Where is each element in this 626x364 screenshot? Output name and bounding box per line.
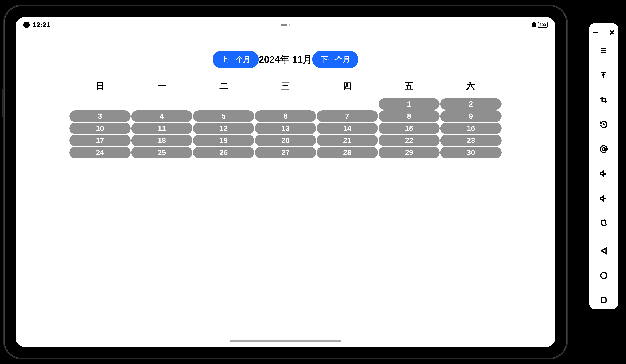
- day-cell-29[interactable]: 29: [379, 147, 440, 158]
- svg-marker-9: [601, 171, 604, 176]
- nav-recent-button[interactable]: [599, 296, 608, 305]
- day-cell-22[interactable]: 22: [379, 135, 440, 146]
- day-empty: [131, 98, 193, 110]
- day-cell-10[interactable]: 10: [69, 123, 131, 134]
- svg-rect-17: [601, 298, 606, 302]
- tablet-screen: 12:21 ! 100 上一个月 2024年 11月 下一个月 日 一 二 三 …: [16, 17, 555, 347]
- history-button[interactable]: [599, 120, 608, 129]
- volume-down-button[interactable]: [599, 194, 608, 203]
- day-cell-19[interactable]: 19: [193, 135, 254, 146]
- day-cell-11[interactable]: 11: [131, 123, 193, 134]
- weekday-wed: 三: [255, 80, 316, 92]
- emulator-control-panel: [589, 23, 618, 309]
- day-cell-16[interactable]: 16: [440, 123, 502, 134]
- calendar-grid: 1234567891011121314151617181920212223242…: [69, 98, 502, 158]
- day-cell-2[interactable]: 2: [440, 98, 502, 110]
- panel-tools-section: [599, 46, 608, 228]
- multitasking-indicator[interactable]: [280, 24, 290, 26]
- day-cell-6[interactable]: 6: [255, 110, 316, 122]
- panel-window-controls: [586, 28, 621, 37]
- rotate-button[interactable]: [599, 218, 608, 228]
- weekday-thu: 四: [316, 80, 378, 92]
- day-cell-21[interactable]: 21: [317, 135, 378, 146]
- day-cell-17[interactable]: 17: [69, 135, 131, 146]
- day-empty: [69, 98, 131, 110]
- mention-button[interactable]: [599, 144, 608, 154]
- day-cell-24[interactable]: 24: [69, 147, 131, 158]
- svg-point-16: [601, 272, 607, 279]
- weekday-fri: 五: [378, 80, 440, 92]
- menu-button[interactable]: [599, 46, 608, 55]
- upload-button[interactable]: [599, 71, 608, 80]
- weekday-sun: 日: [69, 80, 131, 92]
- svg-rect-14: [601, 220, 606, 226]
- day-cell-12[interactable]: 12: [193, 123, 254, 134]
- status-bar: 12:21 ! 100: [16, 17, 555, 33]
- dot-indicator-icon: [289, 24, 290, 26]
- minimize-button[interactable]: [591, 28, 600, 37]
- status-time: 12:21: [33, 21, 50, 29]
- day-cell-18[interactable]: 18: [131, 135, 193, 146]
- camera-dot-icon: [23, 22, 30, 28]
- day-cell-4[interactable]: 4: [131, 110, 193, 122]
- day-cell-30[interactable]: 30: [440, 147, 502, 158]
- panel-divider: [594, 237, 614, 237]
- day-cell-27[interactable]: 27: [255, 147, 316, 158]
- day-empty: [317, 98, 378, 110]
- volume-up-button[interactable]: [599, 169, 608, 178]
- pill-indicator-icon: [280, 24, 287, 26]
- warning-icon: !: [532, 22, 536, 27]
- day-empty: [193, 98, 254, 110]
- day-cell-3[interactable]: 3: [69, 110, 131, 122]
- home-indicator[interactable]: [230, 340, 341, 342]
- crop-button[interactable]: [599, 95, 608, 104]
- day-cell-23[interactable]: 23: [440, 135, 502, 146]
- weekday-mon: 一: [131, 80, 193, 92]
- month-title: 2024年 11月: [259, 53, 312, 66]
- day-cell-14[interactable]: 14: [317, 123, 378, 134]
- tablet-device-frame: 12:21 ! 100 上一个月 2024年 11月 下一个月 日 一 二 三 …: [3, 5, 568, 359]
- weekday-header-row: 日 一 二 三 四 五 六: [69, 80, 502, 92]
- prev-month-button[interactable]: 上一个月: [212, 51, 259, 68]
- calendar-header: 上一个月 2024年 11月 下一个月: [16, 51, 555, 68]
- day-cell-13[interactable]: 13: [255, 123, 316, 134]
- battery-indicator: 100: [538, 22, 548, 28]
- day-cell-9[interactable]: 9: [440, 110, 502, 122]
- day-cell-7[interactable]: 7: [317, 110, 378, 122]
- day-cell-15[interactable]: 15: [379, 123, 440, 134]
- day-cell-8[interactable]: 8: [379, 110, 440, 122]
- weekday-tue: 二: [193, 80, 255, 92]
- panel-nav-section: [599, 246, 608, 305]
- day-cell-26[interactable]: 26: [193, 147, 254, 158]
- weekday-sat: 六: [440, 80, 502, 92]
- day-cell-1[interactable]: 1: [379, 98, 440, 110]
- close-button[interactable]: [608, 28, 617, 37]
- day-empty: [255, 98, 316, 110]
- nav-home-button[interactable]: [599, 271, 608, 280]
- status-right: ! 100: [532, 22, 548, 28]
- day-cell-25[interactable]: 25: [131, 147, 193, 158]
- day-cell-28[interactable]: 28: [317, 147, 378, 158]
- status-left: 12:21: [23, 21, 50, 29]
- next-month-button[interactable]: 下一个月: [312, 51, 358, 68]
- day-cell-5[interactable]: 5: [193, 110, 254, 122]
- nav-back-button[interactable]: [599, 246, 608, 256]
- day-cell-20[interactable]: 20: [255, 135, 316, 146]
- svg-marker-12: [601, 196, 604, 201]
- svg-marker-15: [601, 248, 606, 254]
